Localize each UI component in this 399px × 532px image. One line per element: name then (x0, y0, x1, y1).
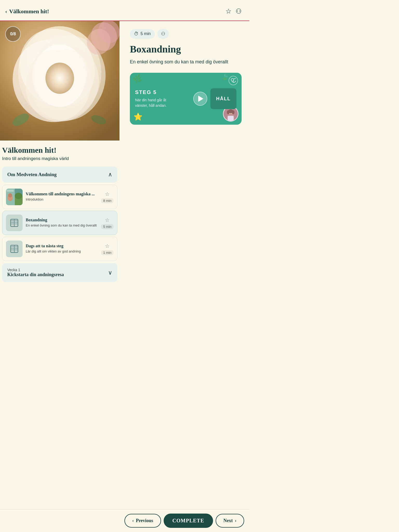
share-link-button[interactable]: ⚇ (236, 7, 242, 15)
svg-point-46 (227, 110, 230, 114)
course-subtitle: Intro till andningens magiska värld (2, 156, 114, 161)
svg-point-20 (8, 193, 12, 197)
left-column: 0/8 Välkommen hit! Intro till andningens… (0, 21, 119, 282)
svg-rect-18 (6, 190, 14, 192)
video-hold-box: HÅLL (210, 88, 236, 109)
lesson-thumb-svg (6, 189, 23, 205)
course-info: Välkommen hit! Intro till andningens mag… (0, 141, 119, 161)
svg-point-47 (232, 110, 235, 114)
lesson-thumb-bg (6, 189, 23, 205)
lesson-meta-2: ☆ 5 min (101, 217, 114, 229)
video-caption: När din hand går åt vänster, håll andan. (135, 97, 177, 108)
header: ‹ Välkommen hit! ☆ ⚇ (0, 0, 249, 21)
lesson-info-3: Dags att ta nästa steg Lär dig allt om v… (26, 244, 98, 254)
lesson-thumbnail-1 (6, 189, 23, 205)
accordion-content-2: Vecka 1 Kickstarta din andningsresa (7, 268, 64, 277)
lesson-list: Välkommen till andningens magiska ... In… (2, 185, 117, 261)
accordion-header-1[interactable]: Om Medveten Andning ∧ (2, 167, 117, 183)
lesson-info-2: Boxandning En enkel övning som du kan ta… (26, 218, 98, 228)
lesson-item-3[interactable]: Dags att ta nästa steg Lär dig allt om v… (2, 237, 117, 261)
meta-link-button[interactable]: ⚇ (157, 29, 169, 39)
meta-row: ⏱ 5 min ⚇ (130, 29, 242, 39)
lesson-thumbnail-3 (6, 241, 23, 257)
lesson-info-1: Välkommen till andningens magiska ... In… (26, 192, 98, 202)
lesson-thumbnail-2 (6, 215, 23, 231)
svg-rect-48 (228, 116, 234, 121)
lesson-thumb-book-2 (6, 215, 23, 231)
video-left-content: STEG 5 När din hand går åt vänster, håll… (135, 89, 193, 108)
leaf-decoration-1: 🌿 (132, 74, 143, 85)
back-button[interactable]: ‹ Välkommen hit! (5, 8, 49, 15)
book-icon-svg-3 (10, 244, 19, 254)
lesson-time-2: 5 min (101, 224, 114, 229)
lesson-meta-1: ☆ 8 min (101, 191, 114, 203)
play-button[interactable] (193, 92, 207, 106)
right-column: ⏱ 5 min ⚇ Boxandning En enkel övning som… (119, 21, 249, 282)
lesson-time-1: 8 min (101, 198, 114, 203)
back-arrow-icon: ‹ (5, 8, 7, 15)
lesson-page-title: Boxandning (130, 43, 242, 55)
meta-time-badge: ⏱ 5 min (130, 29, 155, 39)
progress-indicator: 0/8 (5, 26, 21, 42)
lesson-star-3[interactable]: ☆ (105, 243, 110, 249)
play-triangle-icon (198, 96, 203, 102)
lesson-page-description: En enkel övning som du kan ta med dig öv… (130, 58, 242, 65)
lesson-name-2: Boxandning (26, 218, 98, 222)
book-icon-svg (10, 218, 19, 228)
lesson-item-active[interactable]: Boxandning En enkel övning som du kan ta… (2, 211, 117, 235)
section2-label: Vecka 1 (7, 268, 64, 272)
course-title: Välkommen hit! (2, 146, 114, 155)
lesson-name-3: Dags att ta nästa steg (26, 244, 98, 248)
header-actions: ☆ ⚇ (225, 7, 242, 15)
leaf-decoration-2: 🍃 (221, 73, 229, 81)
section2-title: Kickstarta din andningsresa (7, 272, 64, 277)
video-step-label: STEG 5 (135, 89, 193, 95)
hero-image: 0/8 (0, 21, 119, 141)
svg-point-22 (15, 193, 22, 199)
lesson-thumb-book-3 (6, 241, 23, 257)
accordion-section: Om Medveten Andning ∧ (2, 167, 117, 282)
lesson-meta-3: ☆ 1 min (101, 243, 114, 255)
svg-point-9 (45, 63, 74, 94)
video-hold-label: HÅLL (216, 96, 231, 102)
header-title: Välkommen hit! (9, 8, 49, 15)
heart-icon (229, 76, 238, 85)
chevron-up-icon: ∧ (108, 171, 112, 178)
lesson-desc-3: Lär dig allt om vikten av god andning (26, 249, 98, 254)
heart-leaf-svg (231, 78, 236, 83)
lesson-time-3: 1 min (101, 250, 114, 255)
lesson-desc-2: En enkel övning som du kan ta med dig öv… (26, 223, 98, 228)
clock-icon: ⏱ (134, 31, 139, 37)
lesson-thumb-video-1 (6, 189, 23, 205)
bookmark-button[interactable]: ☆ (225, 7, 231, 15)
lesson-desc-1: Introduktion (26, 197, 98, 202)
lesson-star-2[interactable]: ☆ (105, 217, 110, 223)
accordion-title-1: Om Medveten Andning (7, 172, 57, 177)
accordion-header-2[interactable]: Vecka 1 Kickstarta din andningsresa ∨ (2, 263, 117, 282)
lesson-star-1[interactable]: ☆ (105, 191, 110, 197)
main-content: 0/8 Välkommen hit! Intro till andningens… (0, 21, 249, 282)
lesson-name-1: Välkommen till andningens magiska ... (26, 192, 98, 196)
star-decoration: ⭐ (134, 112, 143, 121)
time-value: 5 min (141, 31, 151, 36)
video-card[interactable]: 🌿 🍃 ⭐ STEG 5 När din hand går åt vänster… (130, 73, 242, 125)
lesson-item[interactable]: Välkommen till andningens magiska ... In… (2, 185, 117, 209)
video-play-area: HÅLL (193, 88, 236, 109)
chevron-down-icon: ∨ (108, 269, 112, 276)
